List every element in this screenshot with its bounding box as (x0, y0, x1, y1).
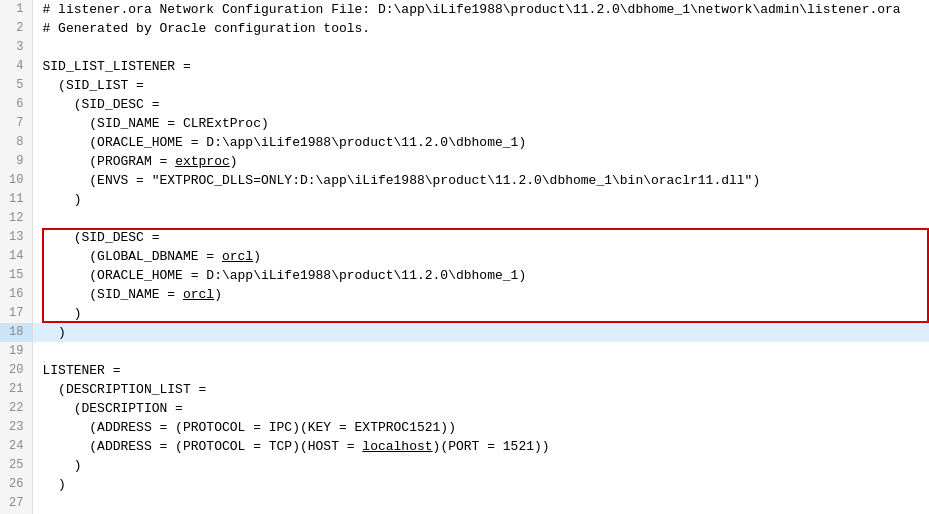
line-content: # listener.ora Network Configuration Fil… (32, 0, 929, 19)
line-content: # Generated by Oracle configuration tool… (32, 19, 929, 38)
code-row: 1# listener.ora Network Configuration Fi… (0, 0, 929, 19)
code-row: 8 (ORACLE_HOME = D:\app\iLife1988\produc… (0, 133, 929, 152)
line-number: 18 (0, 323, 32, 342)
line-number: 20 (0, 361, 32, 380)
line-number: 13 (0, 228, 32, 247)
line-number: 19 (0, 342, 32, 361)
line-content: (PROGRAM = extproc) (32, 152, 929, 171)
code-row: 10 (ENVS = "EXTPROC_DLLS=ONLY:D:\app\iLi… (0, 171, 929, 190)
line-number: 25 (0, 456, 32, 475)
code-row: 2# Generated by Oracle configuration too… (0, 19, 929, 38)
code-row: 20LISTENER = (0, 361, 929, 380)
line-content: ) (32, 456, 929, 475)
line-content (32, 38, 929, 57)
code-row: 13 (SID_DESC = (0, 228, 929, 247)
line-number: 16 (0, 285, 32, 304)
line-content (32, 494, 929, 513)
line-number: 3 (0, 38, 32, 57)
line-number: 2 (0, 19, 32, 38)
line-content (32, 209, 929, 228)
line-number: 26 (0, 475, 32, 494)
line-content: (ORACLE_HOME = D:\app\iLife1988\product\… (32, 266, 929, 285)
code-row: 21 (DESCRIPTION_LIST = (0, 380, 929, 399)
code-row: 23 (ADDRESS = (PROTOCOL = IPC)(KEY = EXT… (0, 418, 929, 437)
line-content: ) (32, 190, 929, 209)
code-row: 26 ) (0, 475, 929, 494)
line-number: 24 (0, 437, 32, 456)
line-content (32, 342, 929, 361)
line-content: (ENVS = "EXTPROC_DLLS=ONLY:D:\app\iLife1… (32, 171, 929, 190)
line-number: 23 (0, 418, 32, 437)
line-content: (SID_NAME = orcl) (32, 285, 929, 304)
line-number: 7 (0, 114, 32, 133)
code-row: 3 (0, 38, 929, 57)
code-row: 9 (PROGRAM = extproc) (0, 152, 929, 171)
code-row: 7 (SID_NAME = CLRExtProc) (0, 114, 929, 133)
code-row: 4SID_LIST_LISTENER = (0, 57, 929, 76)
line-content: ) (32, 475, 929, 494)
code-row: 16 (SID_NAME = orcl) (0, 285, 929, 304)
line-content: LISTENER = (32, 361, 929, 380)
line-content: (ADDRESS = (PROTOCOL = IPC)(KEY = EXTPRO… (32, 418, 929, 437)
code-row: 24 (ADDRESS = (PROTOCOL = TCP)(HOST = lo… (0, 437, 929, 456)
code-row: 5 (SID_LIST = (0, 76, 929, 95)
line-number: 1 (0, 0, 32, 19)
code-row: 19 (0, 342, 929, 361)
code-row: 17 ) (0, 304, 929, 323)
line-number: 14 (0, 247, 32, 266)
line-number: 8 (0, 133, 32, 152)
code-row: 27 (0, 494, 929, 513)
line-content: (SID_NAME = CLRExtProc) (32, 114, 929, 133)
line-content: ) (32, 323, 929, 342)
line-number: 12 (0, 209, 32, 228)
line-content: SID_LIST_LISTENER = (32, 57, 929, 76)
line-number: 27 (0, 494, 32, 513)
line-number: 22 (0, 399, 32, 418)
line-number: 15 (0, 266, 32, 285)
line-content: (DESCRIPTION = (32, 399, 929, 418)
code-row: 14 (GLOBAL_DBNAME = orcl) (0, 247, 929, 266)
line-content: (ADDRESS = (PROTOCOL = TCP)(HOST = local… (32, 437, 929, 456)
line-number: 6 (0, 95, 32, 114)
code-row: 12 (0, 209, 929, 228)
code-row: 22 (DESCRIPTION = (0, 399, 929, 418)
line-number: 4 (0, 57, 32, 76)
line-number: 21 (0, 380, 32, 399)
line-number: 10 (0, 171, 32, 190)
line-content: (SID_LIST = (32, 76, 929, 95)
line-number: 9 (0, 152, 32, 171)
code-container: 1# listener.ora Network Configuration Fi… (0, 0, 929, 514)
line-content: ) (32, 304, 929, 323)
code-row: 6 (SID_DESC = (0, 95, 929, 114)
code-row: 25 ) (0, 456, 929, 475)
line-content: (SID_DESC = (32, 95, 929, 114)
line-number: 5 (0, 76, 32, 95)
line-content: (DESCRIPTION_LIST = (32, 380, 929, 399)
line-number: 17 (0, 304, 32, 323)
line-content: (SID_DESC = (32, 228, 929, 247)
code-row: 15 (ORACLE_HOME = D:\app\iLife1988\produ… (0, 266, 929, 285)
code-table: 1# listener.ora Network Configuration Fi… (0, 0, 929, 514)
line-number: 11 (0, 190, 32, 209)
code-row: 18 ) (0, 323, 929, 342)
code-row: 11 ) (0, 190, 929, 209)
line-content: (GLOBAL_DBNAME = orcl) (32, 247, 929, 266)
line-content: (ORACLE_HOME = D:\app\iLife1988\product\… (32, 133, 929, 152)
